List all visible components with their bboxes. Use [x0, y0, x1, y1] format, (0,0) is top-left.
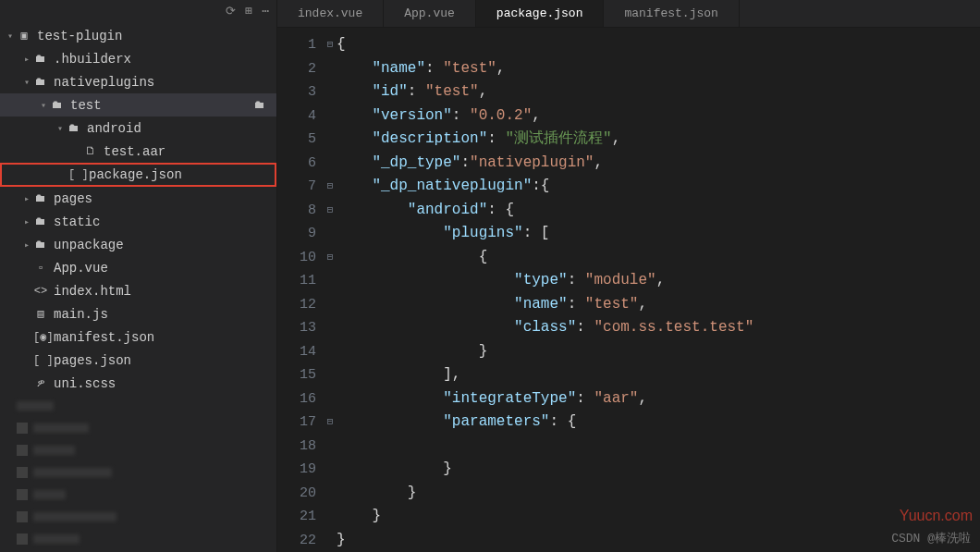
chevron-down-icon: ▾	[4, 31, 17, 42]
more-icon[interactable]: ⋯	[262, 4, 269, 18]
json-icon: [◉]	[33, 330, 48, 344]
project-icon: ▣	[17, 29, 31, 43]
folder-icon: 🖿	[33, 52, 48, 66]
file-uniscss[interactable]: ዎ uni.scss	[0, 372, 276, 395]
chevron-down-icon: ▾	[54, 123, 67, 134]
chevron-right-icon: ▸	[20, 193, 33, 204]
json-icon: [ ]	[33, 354, 48, 367]
file-testaar[interactable]: 🗋 test.aar	[0, 140, 276, 163]
editor-body[interactable]: 12345678910111213141516171819202122 ⊟⊟⊟⊟…	[277, 28, 980, 552]
tab-indexvue[interactable]: index.vue	[277, 0, 384, 27]
tab-appvue[interactable]: App.vue	[384, 0, 476, 27]
folder-icon: 🖿	[67, 121, 81, 135]
line-numbers: 12345678910111213141516171819202122	[277, 28, 324, 552]
file-packagejson[interactable]: [ ] package.json	[0, 163, 276, 187]
vue-icon: ▫	[33, 262, 48, 275]
footer-attribution: CSDN @棒洗啦	[891, 530, 971, 546]
blurred-item	[17, 528, 276, 550]
sidebar-toolbar: ⟳ ⊞ ⋯	[0, 0, 276, 22]
folder-test[interactable]: ▾ 🖿 test 🖿	[0, 93, 276, 117]
fold-column: ⊟⊟⊟⊟⊟	[324, 28, 337, 552]
project-label: test-plugin	[37, 29, 122, 43]
chevron-right-icon: ▸	[20, 54, 33, 65]
js-icon: ▤	[33, 307, 48, 321]
editor-tabs: index.vue App.vue package.json manifest.…	[277, 0, 980, 28]
code-content[interactable]: { "name": "test", "id": "test", "version…	[337, 28, 980, 552]
json-icon: [ ]	[68, 168, 83, 181]
chevron-right-icon: ▸	[20, 216, 33, 227]
scss-icon: ዎ	[33, 377, 48, 390]
blurred-item	[17, 417, 276, 439]
blurred-item	[17, 461, 276, 484]
chevron-right-icon: ▸	[20, 239, 33, 251]
open-folder-icon: 🖿	[252, 98, 267, 112]
refresh-icon[interactable]: ⟳	[226, 4, 236, 18]
html-icon: <>	[33, 285, 48, 298]
folder-hbuilderx[interactable]: ▸ 🖿 .hbuilderx	[0, 47, 276, 70]
blurred-item	[17, 395, 276, 417]
watermark: Yuucn.com	[900, 508, 973, 524]
folder-icon: 🖿	[33, 75, 48, 89]
blurred-item	[17, 439, 276, 461]
file-indexhtml[interactable]: <> index.html	[0, 279, 276, 302]
file-mainjs[interactable]: ▤ main.js	[0, 302, 276, 325]
folder-nativeplugins[interactable]: ▾ 🖿 nativeplugins	[0, 70, 276, 93]
folder-unpackage[interactable]: ▸ 🖿 unpackage	[0, 233, 276, 256]
folder-pages[interactable]: ▸ 🖿 pages	[0, 187, 276, 210]
folder-icon: 🖿	[33, 191, 48, 205]
editor-area: index.vue App.vue package.json manifest.…	[277, 0, 980, 552]
blurred-item	[17, 506, 276, 528]
folder-icon: 🖿	[33, 238, 48, 251]
chevron-down-icon: ▾	[37, 100, 50, 111]
folder-static[interactable]: ▸ 🖿 static	[0, 210, 276, 233]
chevron-down-icon: ▾	[20, 77, 33, 88]
project-root[interactable]: ▾ ▣ test-plugin	[0, 24, 276, 47]
file-appvue[interactable]: ▫ App.vue	[0, 256, 276, 279]
file-icon: 🗋	[83, 144, 98, 158]
blurred-item	[17, 484, 276, 506]
sidebar: ⟳ ⊞ ⋯ ▾ ▣ test-plugin ▸ 🖿 .hbuilderx ▾ 🖿…	[0, 0, 277, 552]
file-manifestjson[interactable]: [◉] manifest.json	[0, 325, 276, 349]
folder-android[interactable]: ▾ 🖿 android	[0, 117, 276, 140]
folder-icon: 🖿	[33, 215, 48, 228]
tab-manifestjson[interactable]: manifest.json	[604, 0, 739, 27]
file-tree: ▾ ▣ test-plugin ▸ 🖿 .hbuilderx ▾ 🖿 nativ…	[0, 22, 276, 552]
folder-icon: 🖿	[50, 98, 65, 112]
collapse-icon[interactable]: ⊞	[245, 4, 252, 18]
file-pagesjson[interactable]: [ ] pages.json	[0, 349, 276, 372]
tab-packagejson[interactable]: package.json	[476, 0, 605, 27]
